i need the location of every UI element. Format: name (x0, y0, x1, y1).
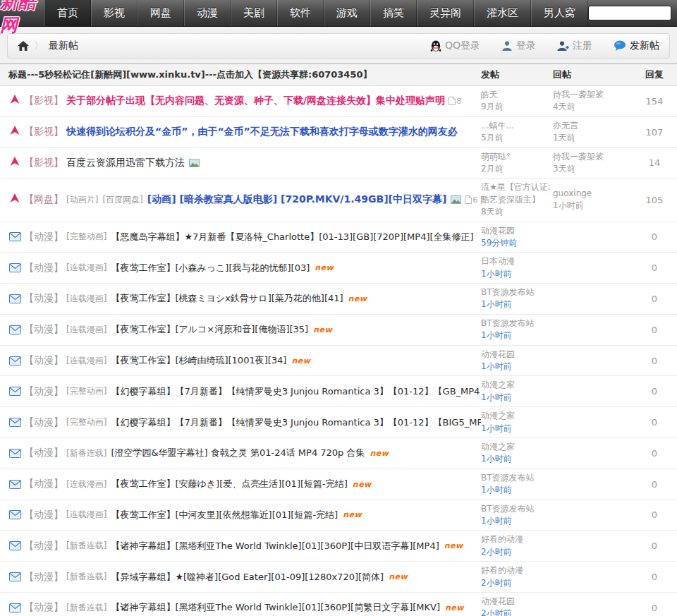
home-icon[interactable] (18, 41, 29, 52)
thread-category[interactable]: 【影视】 (24, 126, 63, 138)
header-count: 回复 (632, 68, 677, 81)
thread-tag[interactable]: [完整动画] (66, 416, 106, 428)
thread-row: 【动漫】[连载漫画]【夜莺工作室】[アルコ×河原和音][俺物语][35]newB… (0, 315, 677, 346)
post-time: 5月前 (481, 132, 551, 144)
last-reply-cell: guoxinge1小时前 (553, 185, 632, 215)
nav-tab-美剧[interactable]: 美剧 (231, 0, 277, 26)
nav-tab-软件[interactable]: 软件 (277, 0, 324, 26)
thread-category[interactable]: 【动漫】 (24, 509, 63, 521)
author-name[interactable]: 动漫之家 (481, 441, 551, 453)
last-reply-cell (553, 543, 632, 549)
thread-tag[interactable]: [新番连载] (66, 540, 106, 552)
author-cell: 动漫花园1小时前 (481, 346, 553, 376)
last-replier-name[interactable]: 亦无言 (553, 120, 630, 132)
author-name[interactable]: BT资源发布站 (481, 286, 551, 298)
post-time: 1小时前 (481, 361, 551, 373)
author-name[interactable]: 好看的动漫 (481, 564, 551, 576)
thread-title-link[interactable]: 【幻樱字幕组】【7月新番】【纯情罗曼史3 Junjou Romantica 3】… (111, 416, 481, 429)
thread-category[interactable]: 【动漫】 (24, 601, 63, 614)
thread-tag[interactable]: [新番连载] (66, 602, 106, 614)
thread-title-link[interactable]: 【夜莺工作室】[中河友里][依然想靠近][01][短篇-完结] (111, 509, 338, 521)
thread-title-link[interactable]: 百度云资源用迅雷下载方法 (66, 157, 185, 169)
site-logo[interactable]: 新酷网 (0, 0, 44, 26)
thread-title-link[interactable]: 【诸神字幕组】[黑塔利亚The World Twinkle][01][360P]… (111, 540, 439, 552)
thread-title-link[interactable]: 快速得到论坛积分及“金币”，由于“金币”不足无法下载和喜欢打字母或数字灌水的网友… (66, 126, 458, 138)
thread-tag[interactable]: [连载漫画] (66, 324, 106, 336)
author-name[interactable]: 动漫花园 (481, 225, 551, 237)
author-name[interactable]: 动漫花园 (481, 596, 551, 608)
author-name[interactable]: 动漫之家 (481, 410, 551, 422)
nav-tab-搞笑[interactable]: 搞笑 (370, 0, 417, 26)
thread-category[interactable]: 【影视】 (24, 95, 63, 107)
nav-tab-网盘[interactable]: 网盘 (138, 0, 184, 26)
thread-category[interactable]: 【动漫】 (24, 262, 63, 274)
nav-tab-首页[interactable]: 首页 (44, 0, 91, 26)
reply-count: 0 (632, 231, 677, 242)
nav-tab-动漫[interactable]: 动漫 (184, 0, 231, 26)
author-name[interactable]: 皓天 (481, 89, 551, 101)
author-name[interactable]: BT资源发布站 (481, 318, 551, 330)
thread-title-link[interactable]: 【幻樱字幕组】【7月新番】【纯情罗曼史3 Junjou Romantica 3】… (111, 385, 481, 398)
thread-category[interactable]: 【动漫】 (24, 571, 63, 584)
thread-title-link[interactable]: 【恶魔岛字幕组】★7月新番【夏洛特_Charlotte】[01-13][GB][… (111, 231, 473, 243)
search-input[interactable] (588, 6, 671, 20)
thread-title-link[interactable]: 关于部分帖子出现【无内容问题、无资源、种子、下载/网盘连接失效】集中处理贴声明 (66, 95, 445, 107)
thread-title-link[interactable]: [澄空学园&华盟字幕社] 食戟之灵 第01-24话 MP4 720p 合集 (111, 447, 365, 459)
thread-tag[interactable]: [连载漫画] (66, 478, 106, 490)
nav-tab-灌水区[interactable]: 灌水区 (474, 0, 531, 26)
thread-tag[interactable]: [新番连载] (66, 571, 106, 583)
thread-title-link[interactable]: 【夜莺工作室】[安藤ゆき][爱、点亮生活][01][短篇-完结] (111, 478, 347, 490)
post-time: 1小时前 (481, 423, 551, 435)
register-link[interactable]: 注册 (557, 40, 592, 52)
author-name[interactable]: 动漫花园 (481, 349, 551, 361)
thread-tag[interactable]: [完整动画] (66, 231, 106, 243)
last-replier-name[interactable]: guoxinge (553, 188, 630, 200)
thread-category[interactable]: 【网盘】 (24, 193, 63, 206)
thread-title-link[interactable]: 【异域字幕组】★[噬神者][God Eater][01-09][1280x720… (111, 571, 384, 584)
nav-tab-男人窝[interactable]: 男人窝 (531, 0, 588, 26)
thread-tag[interactable]: [连载漫画] (66, 293, 106, 305)
thread-tag[interactable]: [连载漫画] (66, 509, 106, 521)
author-name[interactable]: BT资源发布站 (481, 503, 551, 515)
reply-count: 0 (632, 572, 677, 582)
author-name[interactable]: 流★星【官方认证: 酷艺资深版主】 (481, 181, 551, 206)
last-replier-name[interactable]: 待我一袭架裟 (553, 151, 630, 163)
thread-tag[interactable]: [连载漫画] (66, 262, 106, 274)
nav-tab-灵异阁[interactable]: 灵异阁 (417, 0, 474, 26)
thread-category[interactable]: 【动漫】 (24, 292, 63, 305)
thread-tag[interactable]: [完整动画] (66, 385, 106, 397)
author-name[interactable]: 日本动漫 (481, 255, 551, 267)
thread-category[interactable]: 【影视】 (24, 157, 63, 169)
author-name[interactable]: 萌萌哒° (481, 151, 551, 163)
thread-category[interactable]: 【动漫】 (24, 385, 63, 398)
thread-category[interactable]: 【动漫】 (24, 447, 63, 459)
thread-tag[interactable]: [新番连载] (66, 447, 106, 459)
thread-category[interactable]: 【动漫】 (24, 540, 63, 552)
thread-category[interactable]: 【动漫】 (24, 323, 63, 336)
thread-title-link[interactable]: 【夜莺工作室】[アルコ×河原和音][俺物语][35] (111, 323, 308, 336)
author-name[interactable]: BT资源发布站 (481, 472, 551, 484)
thread-category[interactable]: 【动漫】 (24, 231, 63, 243)
thread-category[interactable]: 【动漫】 (24, 416, 63, 429)
nav-tab-影视[interactable]: 影视 (91, 0, 138, 26)
author-name[interactable]: 动漫之家 (481, 379, 551, 391)
thread-tag[interactable]: [连载漫画] (66, 355, 106, 367)
thread-category[interactable]: 【动漫】 (24, 354, 63, 367)
thread-title-link[interactable]: [动画] [暗杀教室真人版电影] [720P.MKV/1.49GB][中日双字幕… (147, 193, 447, 206)
thread-tag[interactable]: [百度网盘] (102, 194, 142, 206)
thread-title-link[interactable]: 【夜莺工作室】[杉崎由绮琉][1001夜][34] (111, 354, 286, 367)
qq-login-link[interactable]: QQ登录 (430, 40, 480, 52)
thread-tag[interactable]: [动画片] (66, 194, 98, 206)
login-link[interactable]: 登录 (501, 40, 536, 52)
breadcrumb-current[interactable]: 最新帖 (49, 40, 78, 52)
author-name[interactable]: ...蜗牛... (481, 120, 551, 132)
thread-title-link[interactable]: 【夜莺工作室】[小森みっこ][我与花的忧郁][03] (111, 262, 310, 274)
thread-title-link[interactable]: 【夜莺工作室】[桃森ミヨシx鉄骨サロ][菜乃花的他][41] (111, 292, 343, 305)
last-replier-name[interactable]: 待我一袭架裟 (553, 89, 630, 101)
author-name[interactable]: 好看的动漫 (481, 533, 551, 545)
thread-main-cell: 【影视】百度云资源用迅雷下载方法 (0, 157, 481, 169)
new-post-button[interactable]: 发新帖 (614, 40, 659, 52)
thread-title-link[interactable]: 【诸神字幕组】[黑塔利亚The World Twinkle][01][360P]… (111, 601, 440, 614)
thread-category[interactable]: 【动漫】 (24, 478, 63, 490)
nav-tab-游戏[interactable]: 游戏 (324, 0, 370, 26)
